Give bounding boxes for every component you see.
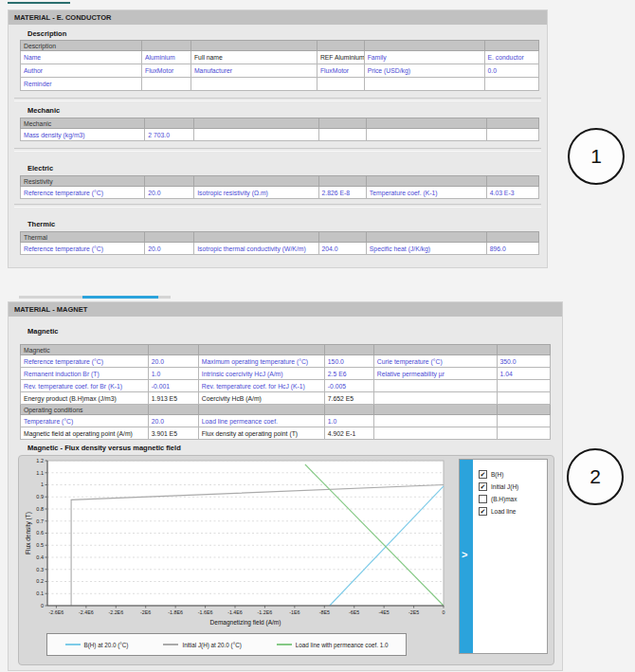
series-toggle-load-line[interactable]: ✔Load line xyxy=(479,505,545,518)
field-value-cell[interactable]: 4.03 E-3 xyxy=(486,187,538,199)
checkbox-checked-icon[interactable]: ✔ xyxy=(479,470,487,479)
electric-table-grid: ResistivityReference temperature (°C)20.… xyxy=(20,175,539,199)
field-label-cell xyxy=(373,415,497,427)
field-label-cell: Magnetic field at operating point (A/m) xyxy=(21,427,149,440)
y-tick-label: 0.5 xyxy=(36,542,44,548)
table-group-header-cell xyxy=(194,118,318,129)
annotation-circle-2-label: 2 xyxy=(590,465,601,488)
x-tick-label: -2.2E6 xyxy=(108,609,123,615)
field-label-cell: Reference temperature (°C) xyxy=(21,243,145,255)
table-row: AuthorFluxMotorManufacturerFluxMotorPric… xyxy=(21,64,539,78)
table-row: Remanent induction Br (T)1.0Intrinsic co… xyxy=(21,368,551,380)
annotation-circle-1: 1 xyxy=(568,128,625,185)
table-group-header-cell xyxy=(194,176,318,187)
checkbox-unchecked-icon[interactable] xyxy=(479,495,487,503)
x-tick-label: -8E5 xyxy=(319,609,330,615)
table-group-header-cell xyxy=(194,232,318,243)
chart-expand-bar[interactable]: > xyxy=(460,460,473,653)
plot-area xyxy=(47,461,444,606)
field-label-cell: Author xyxy=(21,64,142,78)
field-value-cell[interactable]: E. conductor xyxy=(484,51,538,64)
field-value-cell xyxy=(317,78,364,91)
table-group-header-cell xyxy=(373,345,497,355)
y-tick-label: 0.8 xyxy=(36,506,44,512)
field-value-cell[interactable]: 20.0 xyxy=(148,415,198,427)
field-value-cell[interactable]: -0.001 xyxy=(148,380,198,392)
panel-magnet: MATERIAL - MAGNET Magnetic MagneticRefer… xyxy=(8,301,563,671)
section-title-thermic: Thermic xyxy=(27,220,55,228)
legend-line-icon xyxy=(277,644,292,645)
field-value-cell[interactable]: 1.0 xyxy=(324,415,373,427)
field-value-cell[interactable]: 2 703.0 xyxy=(145,129,194,141)
table-group-header-cell: Thermal xyxy=(21,232,145,243)
thermic-table-grid: ThermalReference temperature (°C)20.0Iso… xyxy=(20,231,539,255)
field-value-cell: 3.901 E5 xyxy=(148,427,198,440)
magnet-chart-svg: 00.10.20.30.40.50.60.70.80.911.11.2-2.6E… xyxy=(23,458,487,631)
field-label-cell: Maximum operating temperature (°C) xyxy=(198,355,324,368)
y-tick-label: 0 xyxy=(41,603,44,608)
section-title-magnetic: Magnetic xyxy=(27,327,59,336)
chart-legend: B(H) at 20.0 (°C)Initial J(H) at 20.0 (°… xyxy=(46,633,407,656)
scrollbar-thumb[interactable] xyxy=(82,296,158,299)
legend-item-initial-j-h-at-20-0-c: Initial J(H) at 20.0 (°C) xyxy=(163,642,241,648)
table-group-header-row: Operating conditions xyxy=(21,405,551,415)
legend-line-icon xyxy=(65,644,81,645)
field-value-cell[interactable]: FluxMotor xyxy=(142,64,191,78)
y-tick-label: 1 xyxy=(41,481,44,487)
field-value-cell[interactable]: 0.0 xyxy=(484,64,538,78)
table-group-header-cell xyxy=(366,118,486,129)
series-toggle-initial-j-h[interactable]: ✔Initial J(H) xyxy=(479,481,545,493)
field-label-cell: Temperature (°C) xyxy=(21,415,149,427)
field-value-cell[interactable]: 896.0 xyxy=(486,243,538,255)
field-value-cell[interactable]: 350.0 xyxy=(497,355,550,368)
field-label-cell: Remanent induction Br (T) xyxy=(21,368,149,380)
series-toggle-b-h-max[interactable]: (B.H)max xyxy=(479,493,545,505)
field-label-cell: Temperature coef. (K-1) xyxy=(366,187,486,199)
section-separator xyxy=(14,148,541,152)
table-group-header-cell xyxy=(318,176,366,187)
field-label-cell: Rev. temperature coef. for HcJ (K-1) xyxy=(198,380,324,392)
field-value-cell[interactable]: FluxMotor xyxy=(317,64,364,78)
series-toggle-b-h[interactable]: ✔B(H) xyxy=(479,468,545,481)
x-tick-label: -1.8E6 xyxy=(168,609,183,615)
horizontal-scrollbar[interactable] xyxy=(19,296,171,299)
table-group-header-row: Description xyxy=(21,41,539,51)
table-group-header-cell xyxy=(148,345,198,355)
field-value-cell[interactable]: 150.0 xyxy=(324,355,373,368)
field-value-cell xyxy=(318,129,366,141)
field-label-cell: Rev. temperature coef. for Br (K-1) xyxy=(21,380,149,392)
chevron-right-icon: > xyxy=(462,549,467,560)
field-label-cell xyxy=(373,380,497,392)
series-toggle-label: B(H) xyxy=(491,471,503,478)
field-value-cell[interactable]: 1.0 xyxy=(148,368,198,380)
panel-magnet-title: MATERIAL - MAGNET xyxy=(14,305,87,314)
checkbox-checked-icon[interactable]: ✔ xyxy=(479,507,487,516)
field-value-cell[interactable]: 20.0 xyxy=(145,187,194,199)
annotation-circle-1-label: 1 xyxy=(590,145,602,168)
table-row: Magnetic field at operating point (A/m)3… xyxy=(21,427,551,440)
field-value-cell[interactable]: 204.0 xyxy=(318,243,366,255)
field-value-cell[interactable]: -0.005 xyxy=(324,380,373,392)
y-tick-label: 0.9 xyxy=(36,494,44,499)
y-tick-label: 0.1 xyxy=(36,590,44,596)
field-value-cell[interactable]: 20.0 xyxy=(145,243,194,255)
x-tick-label: -2.4E6 xyxy=(79,609,94,615)
mechanic-table: MechanicMass density (kg/m3)2 703.0 xyxy=(20,118,539,141)
magnet-chart: 00.10.20.30.40.50.60.70.80.911.11.2-2.6E… xyxy=(18,455,554,665)
table-row: Reminder xyxy=(21,78,539,91)
table-group-header-cell: Description xyxy=(21,41,142,51)
legend-item-label: B(H) at 20.0 (°C) xyxy=(84,642,129,648)
field-value-cell[interactable]: 2.5 E6 xyxy=(324,368,373,380)
field-value-cell[interactable]: 2.826 E-8 xyxy=(318,187,366,199)
field-value-cell[interactable]: Aluminium xyxy=(142,51,191,64)
checkbox-checked-icon[interactable]: ✔ xyxy=(479,482,487,491)
description-table-grid: DescriptionNameAluminiumFull nameREF Alu… xyxy=(20,40,539,91)
field-value-cell[interactable]: 1.04 xyxy=(497,368,550,380)
field-label-cell: Specific heat (J/K/kg) xyxy=(366,243,486,255)
field-value-cell[interactable]: 20.0 xyxy=(148,355,198,368)
field-label-cell: Flux density at operating point (T) xyxy=(198,427,324,440)
y-tick-label: 1.2 xyxy=(36,458,44,463)
table-group-header-cell xyxy=(373,405,497,415)
x-tick-label: -1.2E6 xyxy=(258,609,273,615)
series-toggle-label: Load line xyxy=(491,508,516,515)
